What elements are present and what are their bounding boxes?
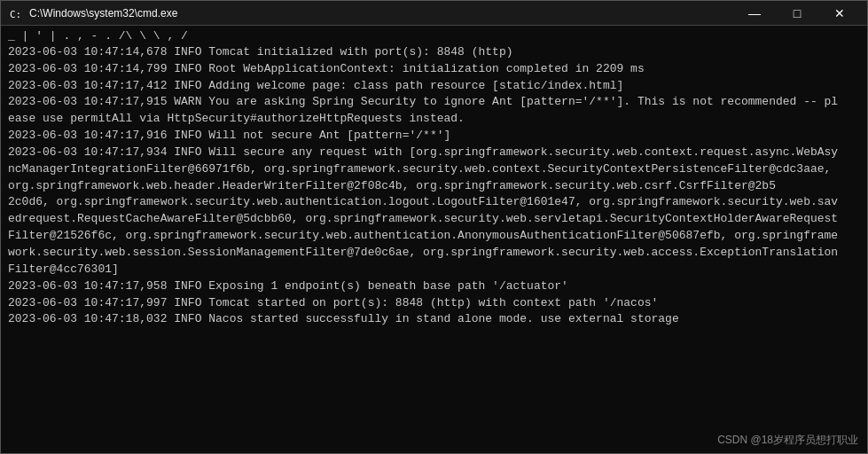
close-button[interactable]: ✕ [819,1,860,26]
log-line: 2023-06-03 10:47:17,916 INFO Will not se… [8,128,860,145]
window-controls: — □ ✕ [734,1,860,26]
ascii-art: _ | ' | . , - . /\ \ \ , / [8,29,860,44]
terminal-body[interactable]: _ | ' | . , - . /\ \ \ , / 2023-06-03 10… [1,26,867,453]
window-title: C:\Windows\system32\cmd.exe [29,7,177,20]
log-container: 2023-06-03 10:47:14,678 INFO Tomcat init… [8,44,860,328]
svg-text:C:\: C:\ [10,9,22,20]
log-line: 2023-06-03 10:47:17,997 INFO Tomcat star… [8,295,860,312]
title-bar: C:\ C:\Windows\system32\cmd.exe — □ ✕ [1,1,867,26]
log-line: 2023-06-03 10:47:14,678 INFO Tomcat init… [8,44,860,61]
maximize-button[interactable]: □ [777,1,817,26]
log-line: 2023-06-03 10:47:17,958 INFO Exposing 1 … [8,278,860,295]
log-line: 2023-06-03 10:47:17,934 INFO Will secure… [8,145,860,278]
log-line: 2023-06-03 10:47:14,799 INFO Root WebApp… [8,61,860,78]
cmd-window: C:\ C:\Windows\system32\cmd.exe — □ ✕ _ … [0,0,868,454]
log-line: 2023-06-03 10:47:17,915 WARN You are ask… [8,94,860,128]
log-line: 2023-06-03 10:47:17,412 INFO Adding welc… [8,78,860,95]
title-bar-left: C:\ C:\Windows\system32\cmd.exe [8,6,177,20]
minimize-button[interactable]: — [734,1,775,26]
watermark: CSDN @18岁程序员想打职业 [717,433,858,448]
log-line: 2023-06-03 10:47:18,032 INFO Nacos start… [8,311,860,328]
cmd-icon: C:\ [8,6,22,20]
